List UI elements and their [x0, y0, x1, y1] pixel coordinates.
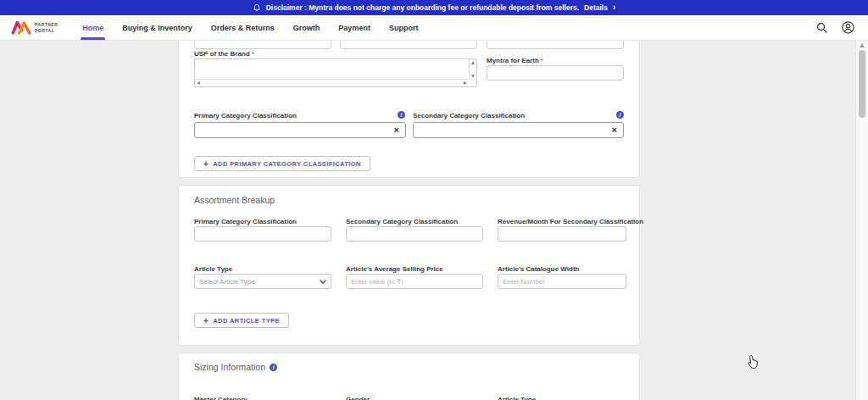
account-icon[interactable]	[842, 21, 854, 34]
details-link[interactable]: Details	[584, 3, 608, 12]
scroll-up-icon[interactable]	[471, 61, 475, 64]
disclaimer-banner: Disclaimer : Myntra does not charge any …	[0, 0, 868, 15]
hand-cursor	[747, 354, 759, 373]
assort-primary-label: Primary Category Classification	[194, 218, 297, 225]
nav-tab-orders-returns[interactable]: Orders & Returns	[202, 15, 284, 40]
assort-primary-input[interactable]	[194, 226, 331, 242]
article-price-input[interactable]	[346, 274, 483, 289]
textarea-vertical-scrollbar[interactable]	[469, 59, 476, 80]
brand-details-card: USP of the Brand* Myntra for Earth* Prim…	[178, 25, 640, 178]
assortment-title: Assortment Breakup	[194, 195, 275, 205]
add-primary-classification-button[interactable]: + ADD PRIMARY CATEGORY CLASSIFICATION	[194, 156, 370, 171]
article-type-label: Article Type	[498, 396, 536, 400]
article-type-label: Article Type	[194, 265, 232, 273]
myntra-for-earth-label: Myntra for Earth*	[487, 57, 543, 64]
scroll-up-icon[interactable]	[860, 43, 865, 47]
primary-classification-input[interactable]: ×	[194, 122, 406, 138]
usp-label: USP of the Brand*	[194, 50, 254, 58]
announcement-bell-icon	[253, 3, 261, 13]
plus-icon: +	[203, 316, 209, 325]
scroll-right-icon[interactable]	[464, 81, 467, 85]
myntra-for-earth-input[interactable]	[487, 65, 624, 81]
chevron-right-icon[interactable]: ›	[613, 3, 615, 12]
assortment-breakup-card: Assortment Breakup Primary Category Clas…	[178, 185, 640, 346]
nav-tab-support[interactable]: Support	[380, 15, 428, 40]
clear-x-icon[interactable]: ×	[392, 125, 401, 135]
scroll-left-icon[interactable]	[197, 81, 200, 85]
sizing-title: Sizing Information i	[194, 362, 277, 372]
chevron-down-icon	[320, 278, 326, 286]
article-type-select[interactable]: Select Article Type	[194, 274, 331, 289]
info-icon[interactable]: i	[398, 111, 405, 119]
article-width-input[interactable]	[498, 274, 626, 289]
assort-secondary-input[interactable]	[346, 226, 483, 242]
add-article-type-button[interactable]: + ADD ARTICLE TYPE	[194, 313, 289, 328]
required-asterisk: *	[252, 50, 254, 58]
search-icon[interactable]	[816, 22, 827, 33]
gender-label: Gender	[346, 396, 370, 400]
assort-revenue-input[interactable]	[498, 226, 626, 242]
article-price-label: Article's Average Selling Price	[346, 265, 443, 273]
assort-revenue-label: Revenue/Month For Secondary Classificati…	[498, 218, 643, 225]
vertical-scrollbar[interactable]	[855, 41, 868, 400]
main-nav: Home Buying & Inventory Orders & Returns…	[73, 15, 427, 40]
usp-textarea[interactable]	[194, 58, 477, 87]
nav-tab-buying-inventory[interactable]: Buying & Inventory	[113, 15, 202, 40]
assort-secondary-label: Secondary Category Classification	[346, 218, 458, 225]
scrollbar-thumb[interactable]	[859, 50, 865, 118]
partner-portal-label: PARTNER PORTAL	[35, 22, 58, 33]
header: PARTNER PORTAL Home Buying & Inventory O…	[0, 15, 868, 41]
plus-icon: +	[203, 159, 209, 169]
nav-tab-growth[interactable]: Growth	[284, 15, 330, 40]
secondary-classification-input[interactable]: ×	[413, 122, 624, 138]
page: Disclaimer : Myntra does not charge any …	[0, 0, 868, 400]
secondary-classification-label: Secondary Category Classification	[413, 112, 525, 119]
nav-tab-home[interactable]: Home	[73, 15, 113, 40]
nav-tab-payment[interactable]: Payment	[329, 15, 380, 40]
scroll-down-icon[interactable]	[471, 75, 475, 78]
textarea-horizontal-scrollbar[interactable]	[195, 79, 469, 86]
clear-x-icon[interactable]: ×	[610, 125, 619, 135]
sizing-information-card: Sizing Information i Master Category Gen…	[178, 353, 640, 400]
info-icon[interactable]: i	[616, 111, 624, 119]
primary-classification-label: Primary Category Classification	[194, 112, 297, 119]
article-width-label: Article's Catalogue Width	[498, 265, 580, 273]
disclaimer-text: Disclaimer : Myntra does not charge any …	[266, 3, 579, 12]
required-asterisk: *	[541, 57, 543, 64]
myntra-m-icon	[11, 19, 31, 36]
info-icon[interactable]: i	[270, 364, 277, 371]
master-category-label: Master Category	[194, 396, 248, 400]
myntra-logo[interactable]: PARTNER PORTAL	[11, 19, 58, 36]
